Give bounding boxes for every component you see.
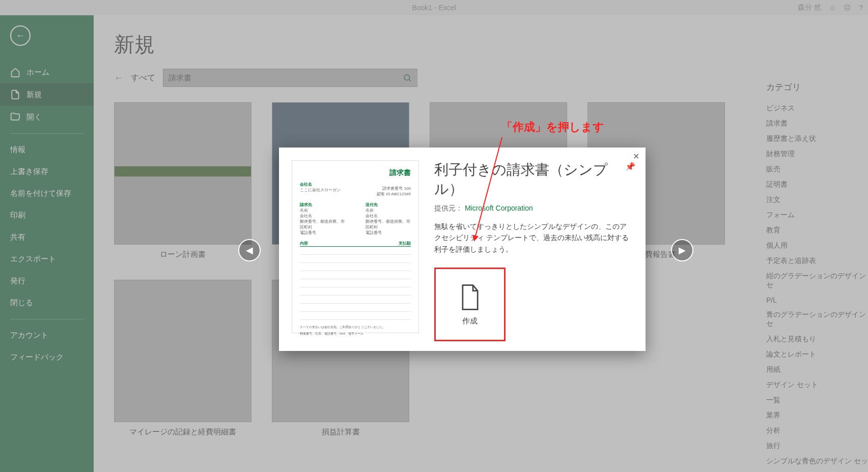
prev-template-button[interactable]: ◀: [238, 239, 261, 261]
create-label: 作成: [462, 316, 478, 326]
template-preview-image: 請求書 会社名 ここに会社スローガン 請求書番号 100 顧客 ID ABC12…: [292, 160, 419, 333]
create-button[interactable]: 作成: [434, 268, 506, 341]
template-preview-modal: ✕ 請求書 会社名 ここに会社スローガン 請求書番号 100 顧客 ID ABC…: [279, 148, 646, 351]
annotation-callout: 「作成」を押します: [501, 120, 604, 135]
template-description: 無駄を省いてすっきりとしたシンプルなデザインの、このアクセシビリティ テンプレー…: [434, 221, 633, 255]
template-provider: 提供元： Microsoft Corporation: [434, 204, 633, 213]
provider-link[interactable]: Microsoft Corporation: [465, 204, 533, 212]
document-icon: [459, 283, 482, 311]
template-title: 利子付きの請求書（シンプル）: [434, 160, 633, 199]
next-template-button[interactable]: ▶: [671, 239, 693, 261]
pin-icon[interactable]: 📌: [625, 162, 635, 171]
close-icon[interactable]: ✕: [633, 152, 639, 161]
